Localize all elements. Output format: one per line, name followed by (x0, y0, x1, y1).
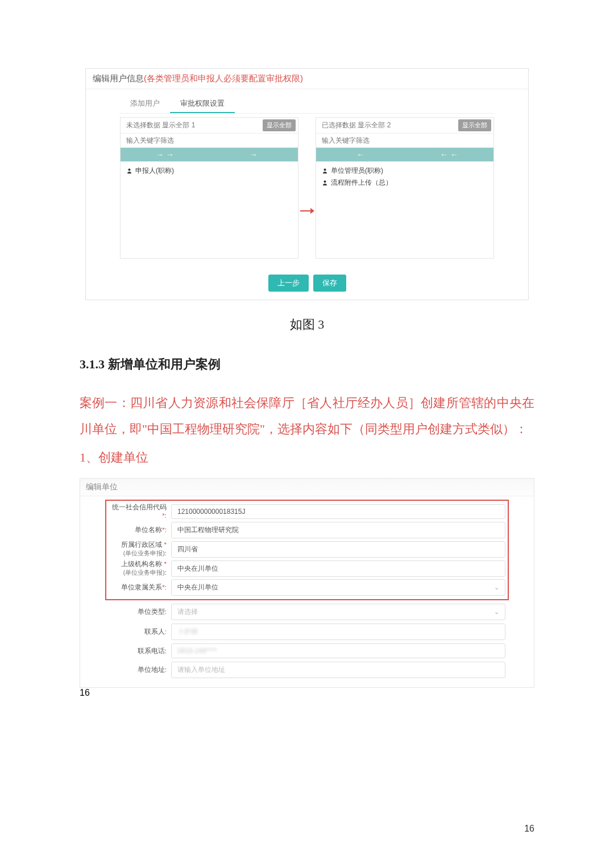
figure-caption: 如图 3 (80, 316, 534, 333)
dual-list: 未选择数据 显示全部 1 显示全部 → → → 申报人(职称) (120, 117, 494, 259)
right-list-item[interactable]: 单位管理员(职称) (322, 166, 488, 176)
unit-name-label: 单位名称*: (109, 526, 171, 534)
page-number: 16 (524, 824, 534, 834)
credit-code-label: 统一社会信用代码*: (109, 503, 171, 520)
parent-org-field[interactable]: 中央在川单位 (171, 560, 505, 577)
affiliation-label: 单位隶属关系*: (109, 583, 171, 592)
right-arrow-bar: ← ← ← (316, 148, 493, 161)
svg-marker-1 (310, 207, 314, 213)
right-list-item[interactable]: 流程附件上传（总） (322, 178, 488, 188)
move-right-button[interactable]: → (209, 148, 298, 161)
dialog-title: 编辑用户信息(各类管理员和申报人必须要配置审批权限) (86, 69, 528, 89)
prev-button[interactable]: 上一步 (268, 275, 309, 292)
left-arrow-bar: → → → (121, 148, 298, 161)
move-all-left-button[interactable]: ← ← (405, 148, 493, 161)
right-show-all-button[interactable]: 显示全部 (458, 119, 491, 131)
dialog-title-suffix: (各类管理员和申报人必须要配置审批权限) (144, 73, 303, 83)
tab-bar: 添加用户 审批权限设置 (120, 95, 494, 114)
section-heading: 3.1.3 新增单位和用户案例 (80, 356, 534, 373)
move-left-button[interactable]: ← (316, 148, 405, 161)
dialog-title-prefix: 编辑用户信息 (93, 73, 144, 83)
phone-field[interactable]: 0816-248**** (171, 643, 505, 658)
user-icon (126, 168, 132, 174)
form-title: 编辑单位 (80, 479, 534, 496)
chevron-down-icon: ⌄ (494, 608, 499, 616)
contact-label: 联系人: (109, 628, 171, 636)
tab-add-user[interactable]: 添加用户 (120, 95, 170, 113)
user-icon (322, 180, 328, 186)
contact-field[interactable]: 卜护师 (171, 624, 505, 640)
left-show-all-button[interactable]: 显示全部 (263, 119, 296, 131)
unit-type-label: 单位类型: (109, 608, 171, 616)
left-head: 未选择数据 显示全部 1 (126, 121, 195, 130)
address-field[interactable]: 请输入单位地址 (171, 662, 505, 678)
affiliation-select[interactable]: 中央在川单位⌄ (171, 579, 505, 596)
case-paragraph: 案例一：四川省人力资源和社会保障厅［省人社厅经办人员］创建所管辖的中央在川单位，… (80, 390, 534, 442)
step-1: 1、创建单位 (80, 445, 534, 471)
region-field[interactable]: 四川省 (171, 541, 505, 558)
chevron-down-icon: ⌄ (494, 584, 499, 591)
phone-label: 联系电话: (109, 647, 171, 655)
unit-type-select[interactable]: 请选择⌄ (171, 604, 505, 620)
left-list: 未选择数据 显示全部 1 显示全部 → → → 申报人(职称) (120, 117, 298, 259)
right-head: 已选择数据 显示全部 2 (322, 121, 391, 130)
left-filter-input[interactable] (121, 134, 298, 148)
tab-permissions[interactable]: 审批权限设置 (170, 95, 235, 113)
move-all-right-button[interactable]: → → (121, 148, 209, 161)
unit-name-field[interactable]: 中国工程物理研究院 (171, 522, 505, 538)
parent-org-label: 上级机构名称 * (单位业务申报): (109, 560, 171, 577)
left-list-item[interactable]: 申报人(职称) (126, 166, 292, 176)
credit-code-field[interactable]: 12100000000018315J (171, 504, 505, 519)
dialog-edit-user: 编辑用户信息(各类管理员和申报人必须要配置审批权限) 添加用户 审批权限设置 未… (85, 68, 529, 300)
user-icon (322, 168, 328, 174)
right-list: 已选择数据 显示全部 2 显示全部 ← ← ← 单位管理员(职称) (316, 117, 494, 259)
transfer-arrow-icon (298, 117, 316, 259)
page-number: 16 (80, 688, 90, 697)
address-label: 单位地址: (109, 666, 171, 674)
save-button[interactable]: 保存 (313, 275, 346, 292)
region-label: 所属行政区域 * (单位业务申报): (109, 541, 171, 558)
highlight-box: 统一社会信用代码*: 12100000000018315J 单位名称*: 中国工… (105, 500, 509, 601)
right-filter-input[interactable] (316, 134, 493, 148)
edit-unit-form: 编辑单位 统一社会信用代码*: 12100000000018315J 单位名称*… (80, 478, 534, 688)
